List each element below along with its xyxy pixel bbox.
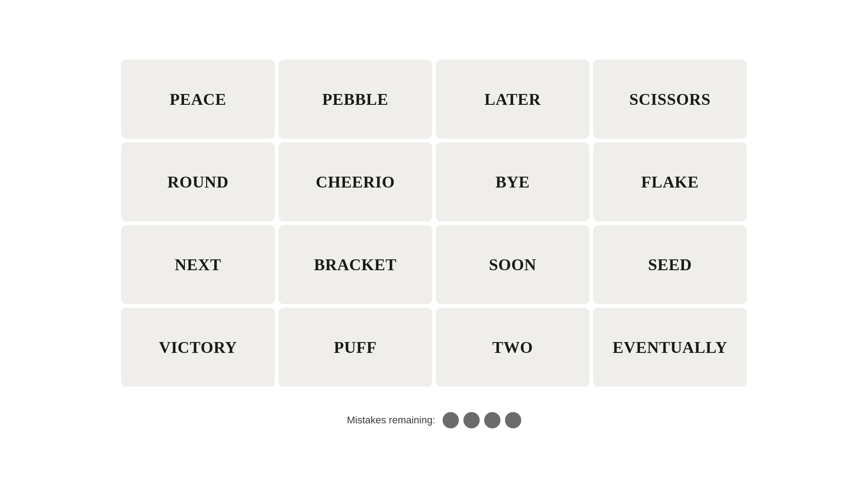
word-label-pebble: PEBBLE: [322, 90, 388, 109]
mistakes-dots: [443, 412, 521, 428]
word-card-next[interactable]: NEXT: [121, 225, 275, 304]
mistakes-remaining-row: Mistakes remaining:: [347, 412, 521, 428]
word-card-bracket[interactable]: BRACKET: [278, 225, 432, 304]
word-grid: PEACEPEBBLELATERSCISSORSROUNDCHEERIOBYEF…: [121, 60, 747, 387]
word-card-later[interactable]: LATER: [436, 60, 590, 139]
word-label-bracket: BRACKET: [314, 255, 396, 274]
word-card-seed[interactable]: SEED: [593, 225, 747, 304]
word-card-bye[interactable]: BYE: [436, 142, 590, 221]
mistake-dot-1: [443, 412, 459, 428]
word-label-flake: FLAKE: [641, 173, 699, 192]
word-card-cheerio[interactable]: CHEERIO: [278, 142, 432, 221]
word-label-puff: PUFF: [334, 338, 377, 357]
word-label-scissors: SCISSORS: [629, 90, 711, 109]
word-label-eventually: EVENTUALLY: [613, 338, 727, 357]
word-label-later: LATER: [485, 90, 541, 109]
word-label-round: ROUND: [167, 173, 229, 192]
word-card-scissors[interactable]: SCISSORS: [593, 60, 747, 139]
word-label-two: TWO: [492, 338, 533, 357]
word-card-soon[interactable]: SOON: [436, 225, 590, 304]
word-card-victory[interactable]: VICTORY: [121, 308, 275, 387]
word-card-peace[interactable]: PEACE: [121, 60, 275, 139]
word-card-puff[interactable]: PUFF: [278, 308, 432, 387]
word-label-peace: PEACE: [170, 90, 226, 109]
word-label-bye: BYE: [495, 173, 530, 192]
word-label-next: NEXT: [175, 255, 222, 274]
word-card-two[interactable]: TWO: [436, 308, 590, 387]
mistake-dot-4: [505, 412, 521, 428]
word-label-cheerio: CHEERIO: [316, 173, 395, 192]
word-card-flake[interactable]: FLAKE: [593, 142, 747, 221]
word-card-pebble[interactable]: PEBBLE: [278, 60, 432, 139]
word-card-round[interactable]: ROUND: [121, 142, 275, 221]
word-label-seed: SEED: [648, 255, 692, 274]
mistake-dot-3: [484, 412, 500, 428]
word-card-eventually[interactable]: EVENTUALLY: [593, 308, 747, 387]
word-label-soon: SOON: [489, 255, 537, 274]
mistake-dot-2: [463, 412, 480, 428]
word-label-victory: VICTORY: [159, 338, 237, 357]
mistakes-label: Mistakes remaining:: [347, 414, 435, 426]
